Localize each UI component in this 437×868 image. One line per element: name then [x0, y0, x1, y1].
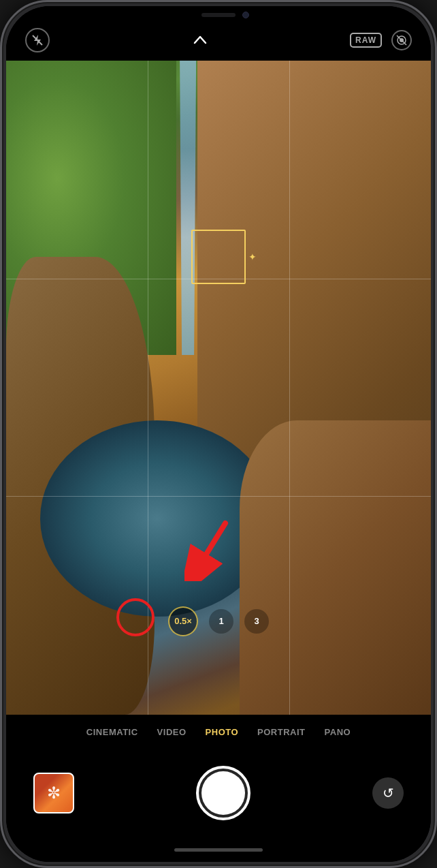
top-bar-left — [25, 28, 50, 52]
zoom-controls: 0.5× 1 3 — [168, 606, 269, 636]
mode-pano[interactable]: PANO — [325, 727, 351, 737]
home-indicator — [6, 837, 431, 862]
notch — [167, 6, 270, 25]
front-camera — [242, 12, 249, 18]
phone-inner: RAW — [6, 6, 431, 862]
viewfinder[interactable]: ✦ 0.5× 1 3 — [6, 61, 431, 715]
phone-frame: RAW — [0, 0, 437, 868]
bottom-controls: ✼ ↺ — [6, 749, 431, 837]
screen: RAW — [6, 6, 431, 862]
photo-thumbnail[interactable]: ✼ — [33, 773, 74, 813]
speaker — [201, 13, 236, 17]
mode-cinematic[interactable]: CINEMATIC — [86, 727, 138, 737]
svg-line-4 — [397, 35, 406, 45]
shutter-inner — [201, 771, 245, 815]
focus-square: ✦ — [191, 230, 246, 284]
live-photo-button[interactable] — [391, 30, 412, 50]
chevron-up-icon[interactable] — [193, 33, 207, 48]
flip-icon: ↺ — [383, 785, 394, 801]
thumbnail-image: ✼ — [47, 784, 61, 803]
mode-portrait[interactable]: PORTRAIT — [257, 727, 305, 737]
flash-button[interactable] — [25, 28, 50, 52]
home-bar[interactable] — [174, 848, 263, 852]
shutter-button[interactable] — [196, 766, 250, 820]
volume-down-button[interactable] — [0, 189, 2, 230]
raw-button[interactable]: RAW — [350, 33, 382, 48]
zoom-0-5x-button[interactable]: 0.5× — [168, 606, 198, 636]
volume-up-button[interactable] — [0, 138, 2, 179]
mode-selector: CINEMATIC VIDEO PHOTO PORTRAIT PANO — [6, 715, 431, 749]
zoom-3x-button[interactable]: 3 — [244, 609, 269, 634]
mode-video[interactable]: VIDEO — [157, 727, 187, 737]
top-bar-right: RAW — [350, 30, 412, 50]
zoom-1x-button[interactable]: 1 — [209, 609, 233, 634]
stone-bottom-right — [240, 420, 431, 715]
water-bowl — [40, 420, 274, 617]
silent-switch[interactable] — [0, 97, 2, 125]
exposure-icon: ✦ — [248, 251, 257, 262]
flip-camera-button[interactable]: ↺ — [372, 777, 404, 809]
svg-marker-1 — [34, 35, 41, 46]
mode-photo[interactable]: PHOTO — [206, 727, 239, 737]
